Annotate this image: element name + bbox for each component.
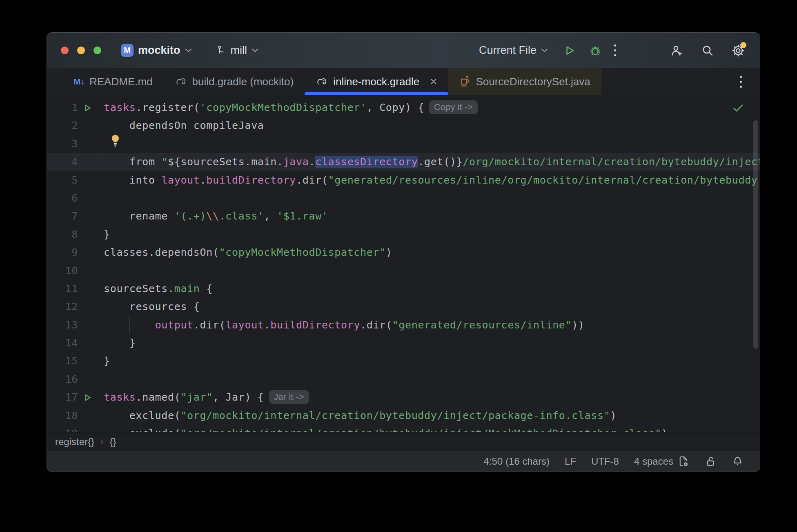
code-line-4[interactable]: 4 from "${sourceSets.main.java.classesDi… xyxy=(47,153,760,171)
gutter-slot xyxy=(78,153,96,171)
line-number: 14 xyxy=(47,334,78,352)
code-text[interactable]: into layout.buildDirectory.dir("generate… xyxy=(96,171,760,189)
code-text[interactable]: exclude("org/mockito/internal/creation/b… xyxy=(96,425,760,432)
notifications-bell-icon[interactable] xyxy=(732,455,744,468)
gutter-slot xyxy=(78,189,96,207)
gutter-slot xyxy=(78,334,96,352)
code-line-7[interactable]: 7 rename '(.+)\\.class', '$1.raw' xyxy=(47,207,760,225)
code-line-13[interactable]: 13 output.dir(layout.buildDirectory.dir(… xyxy=(47,316,760,334)
gutter-slot xyxy=(78,244,96,262)
line-number: 15 xyxy=(47,352,78,370)
caret-position[interactable]: 4:50 (16 chars) xyxy=(484,456,550,467)
maximize-window-button[interactable] xyxy=(94,47,101,54)
line-number: 3 xyxy=(47,135,78,153)
chevron-down-icon xyxy=(252,48,258,53)
code-line-1[interactable]: 1tasks.register('copyMockMethodDispatche… xyxy=(47,99,760,117)
line-number: 16 xyxy=(47,370,78,388)
run-button[interactable] xyxy=(563,44,576,57)
code-text[interactable]: tasks.named("jar", Jar) {Jar it -> xyxy=(96,388,760,406)
code-line-18[interactable]: 18 exclude("org/mockito/internal/creatio… xyxy=(47,407,760,425)
gutter-separator xyxy=(102,95,102,432)
code-line-6[interactable]: 6 xyxy=(47,189,760,207)
code-text[interactable] xyxy=(96,189,760,207)
code-text[interactable]: tasks.register('copyMockMethodDispatcher… xyxy=(96,99,760,117)
gutter-slot xyxy=(78,262,96,280)
file-settings-icon xyxy=(677,455,690,468)
code-text[interactable] xyxy=(96,262,760,280)
branch-icon xyxy=(216,45,226,56)
code-line-3[interactable]: 3 xyxy=(47,135,760,153)
close-tab-icon[interactable]: ✕ xyxy=(430,76,437,87)
code-line-19[interactable]: 19 exclude("org/mockito/internal/creatio… xyxy=(47,425,760,432)
run-configuration-selector[interactable]: Current File xyxy=(479,44,548,57)
line-separator[interactable]: LF xyxy=(565,456,576,467)
code-text[interactable]: output.dir(layout.buildDirectory.dir("ge… xyxy=(96,316,760,334)
more-actions-button[interactable] xyxy=(612,43,618,58)
tab-label: build.gradle (mockito) xyxy=(192,75,294,88)
debug-button[interactable] xyxy=(589,44,602,57)
close-window-button[interactable] xyxy=(61,47,69,54)
tab-build.gradle-mockito-[interactable]: build.gradle (mockito) xyxy=(164,68,305,95)
code-text[interactable]: dependsOn compileJava xyxy=(96,117,760,135)
indent-widget[interactable]: 4 spaces xyxy=(634,455,690,468)
code-text[interactable]: exclude("org/mockito/internal/creation/b… xyxy=(96,407,760,425)
editor[interactable]: 1tasks.register('copyMockMethodDispatche… xyxy=(47,95,760,432)
gutter-slot xyxy=(78,117,96,135)
tab-readme.md[interactable]: M↓README.md xyxy=(62,68,164,95)
code-text[interactable]: from "${sourceSets.main.java.classesDire… xyxy=(96,153,760,171)
code-line-17[interactable]: 17tasks.named("jar", Jar) {Jar it -> xyxy=(47,388,760,406)
code-text[interactable]: resources { xyxy=(96,298,760,316)
run-line-button[interactable] xyxy=(78,99,96,117)
vcs-branch-name: mill xyxy=(231,44,247,57)
project-widget[interactable]: M mockito xyxy=(121,44,192,57)
code-line-14[interactable]: 14 } xyxy=(47,334,760,352)
vertical-scrollbar[interactable] xyxy=(753,120,758,349)
gutter-slot xyxy=(78,352,96,370)
search-icon[interactable] xyxy=(701,44,714,57)
code-line-16[interactable]: 16 xyxy=(47,370,760,388)
code-line-8[interactable]: 8} xyxy=(47,226,760,244)
inlay-hint[interactable]: Copy it -> xyxy=(429,100,478,114)
code-line-15[interactable]: 15} xyxy=(47,352,760,370)
tab-inline-mock.gradle[interactable]: inline-mock.gradle✕ xyxy=(305,68,448,95)
code-line-10[interactable]: 10 xyxy=(47,262,760,280)
code-text[interactable]: } xyxy=(96,226,760,244)
vcs-widget[interactable]: mill xyxy=(216,44,259,57)
code-text[interactable]: rename '(.+)\\.class', '$1.raw' xyxy=(96,207,760,225)
minimize-window-button[interactable] xyxy=(77,47,85,54)
code-line-2[interactable]: 2 dependsOn compileJava xyxy=(47,117,760,135)
code-text[interactable]: sourceSets.main { xyxy=(96,280,760,298)
gutter-slot xyxy=(78,207,96,225)
highlighted-identifier: classesDirectory xyxy=(315,156,418,168)
unlock-icon[interactable] xyxy=(705,456,717,468)
inspections-ok-icon[interactable] xyxy=(732,102,744,116)
gutter-slot xyxy=(78,298,96,316)
code-with-me-icon[interactable] xyxy=(670,44,683,57)
file-encoding[interactable]: UTF-8 xyxy=(591,456,619,467)
tab-options-button[interactable] xyxy=(738,74,744,89)
code-text[interactable] xyxy=(96,135,760,153)
gutter-slot xyxy=(78,171,96,189)
code-text[interactable]: classes.dependsOn("copyMockMethodDispatc… xyxy=(96,244,760,262)
tab-sourcedirectoryset.java[interactable]: SourceDirectorySet.java xyxy=(448,68,601,95)
inlay-hint[interactable]: Jar it -> xyxy=(269,390,309,404)
gutter-slot xyxy=(78,226,96,244)
breadcrumb-item[interactable]: register{} xyxy=(55,436,94,448)
code-line-12[interactable]: 12 resources { xyxy=(47,298,760,316)
breadcrumb-item[interactable]: {} xyxy=(109,436,116,448)
code-line-9[interactable]: 9classes.dependsOn("copyMockMethodDispat… xyxy=(47,244,760,262)
line-number: 9 xyxy=(47,244,78,262)
code-text[interactable]: } xyxy=(96,334,760,352)
line-number: 12 xyxy=(47,298,78,316)
settings-button[interactable] xyxy=(731,44,745,58)
code-text[interactable]: } xyxy=(96,352,760,370)
tab-label: inline-mock.gradle xyxy=(333,75,419,88)
markdown-icon: M↓ xyxy=(73,77,84,86)
settings-notification-badge xyxy=(740,42,746,48)
status-bar: 4:50 (16 chars) LF UTF-8 4 spaces xyxy=(47,451,760,472)
code-text[interactable] xyxy=(96,370,760,388)
code-line-5[interactable]: 5 into layout.buildDirectory.dir("genera… xyxy=(47,171,760,189)
code-line-11[interactable]: 11sourceSets.main { xyxy=(47,280,760,298)
intention-bulb-icon[interactable] xyxy=(110,135,120,153)
run-line-button[interactable] xyxy=(78,388,96,406)
